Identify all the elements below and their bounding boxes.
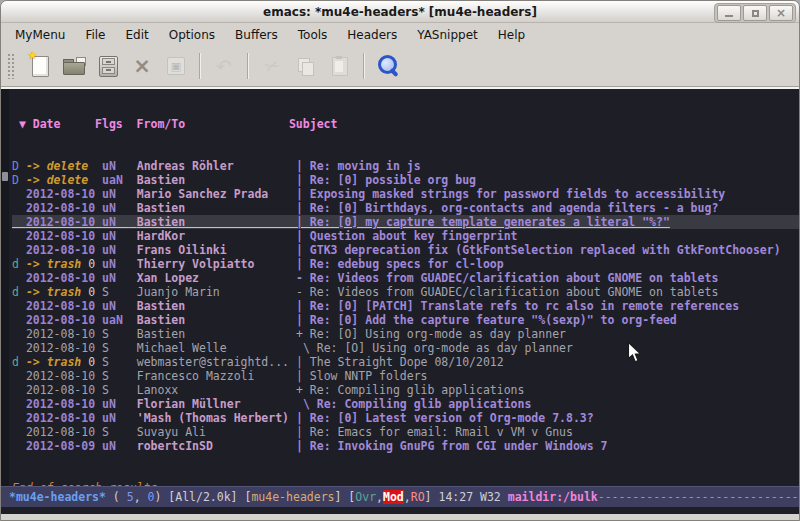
- modeline-readonly-indicator: RO: [411, 490, 425, 504]
- menu-buffers[interactable]: Buffers: [225, 25, 288, 45]
- new-file-button[interactable]: ★: [23, 50, 57, 82]
- message-row[interactable]: 2012-08-10 uN 'Mash (Thomas Herbert) | R…: [12, 411, 799, 425]
- message-row[interactable]: 2012-08-10 uN Mario Sanchez Prada | Expo…: [12, 187, 799, 201]
- titlebar[interactable]: emacs: *mu4e-headers* [mu4e-headers] ×: [1, 1, 799, 23]
- message-subject: | Re: Invoking GnuPG from CGI under Wind…: [296, 439, 608, 453]
- buffer-area: ▼ Date Flgs From/To Subject D -> delete …: [1, 87, 799, 486]
- menu-yasnippet[interactable]: YASnippet: [407, 25, 488, 45]
- message-from: Andreas Röhler: [137, 159, 289, 173]
- menu-headers[interactable]: Headers: [337, 25, 407, 45]
- end-of-results: End of search results: [12, 481, 799, 486]
- modeline-text: ,: [134, 490, 148, 504]
- message-from: Bastien: [137, 201, 289, 215]
- message-subject: | Slow NNTP folders: [296, 369, 428, 383]
- modeline-text: ,: [404, 490, 411, 504]
- message-row[interactable]: d -> trash 0 S Juanjo Marin - Re: Videos…: [12, 285, 799, 299]
- modeline-text: [501, 490, 508, 504]
- modeline-overwrite-indicator: Ovr: [355, 490, 376, 504]
- save-buffer-icon: ▣: [167, 57, 185, 75]
- message-mark: [12, 243, 19, 257]
- menu-help[interactable]: Help: [488, 25, 535, 45]
- menu-tools[interactable]: Tools: [288, 25, 338, 45]
- message-subject: | GTK3 deprecation fix (GtkFontSelection…: [296, 243, 781, 257]
- message-flags: S: [102, 327, 130, 341]
- message-row[interactable]: 2012-08-10 uN Frans Oilinki | GTK3 depre…: [12, 243, 799, 257]
- message-row[interactable]: D -> delete uN Andreas Röhler | Re: movi…: [12, 159, 799, 173]
- message-row[interactable]: d -> trash 0 S webmaster@straightd... | …: [12, 355, 799, 369]
- message-row[interactable]: 2012-08-10 S Michael Welle \ Re: [O] Usi…: [12, 341, 799, 355]
- menu-file[interactable]: File: [75, 25, 115, 45]
- scrollbar[interactable]: [1, 89, 9, 486]
- message-mark: [12, 187, 19, 201]
- save-buffer-button: ▣: [159, 50, 193, 82]
- mouse-cursor: [627, 342, 643, 364]
- toolbar-separator: [247, 53, 249, 79]
- modeline-clock: 14:27: [438, 490, 473, 504]
- message-mark: d: [12, 355, 19, 369]
- window-controls: ×: [714, 3, 796, 23]
- message-row[interactable]: 2012-08-09 uN robertcInSD | Re: Invoking…: [12, 439, 799, 453]
- message-row[interactable]: D -> delete uaN Bastien | Re: [0] possib…: [12, 173, 799, 187]
- message-row[interactable]: 2012-08-10 S Francesco Mazzoli | Slow NN…: [12, 369, 799, 383]
- column-headers[interactable]: ▼ Date Flgs From/To Subject: [12, 117, 799, 131]
- message-from: webmaster@straightd...: [137, 355, 289, 369]
- search-button[interactable]: [371, 50, 405, 82]
- echo-area[interactable]: [1, 507, 799, 514]
- message-flags: uaN: [102, 313, 130, 327]
- message-date: 2012-08-10: [26, 313, 95, 327]
- message-row[interactable]: 2012-08-10 S Lanoxx + Re: Compiling glib…: [12, 383, 799, 397]
- message-date: -> trash: [26, 355, 88, 369]
- toolbar-drag-handle[interactable]: [7, 53, 15, 79]
- message-row[interactable]: 2012-08-10 uN Florian Müllner \ Re: Comp…: [12, 397, 799, 411]
- menu-edit[interactable]: Edit: [116, 25, 159, 45]
- message-from: Michael Welle: [137, 341, 289, 355]
- message-subject: | Re: moving in js: [296, 159, 421, 173]
- file-cabinet-button[interactable]: [91, 50, 125, 82]
- message-row[interactable]: 2012-08-10 uN Bastien | Re: [0] Birthday…: [12, 201, 799, 215]
- message-subject: | Exposing masked strings for password f…: [296, 187, 725, 201]
- message-row[interactable]: 2012-08-10 S Bastien + Re: [O] Using org…: [12, 327, 799, 341]
- open-folder-button[interactable]: [57, 50, 91, 82]
- message-row[interactable]: 2012-08-10 uaN Bastien | Re: [0] Add the…: [12, 313, 799, 327]
- message-mark: [12, 201, 19, 215]
- message-mark: [12, 439, 19, 453]
- modeline-buffer-name: *mu4e-headers*: [9, 490, 106, 504]
- open-folder-icon: [63, 59, 85, 74]
- message-flags: uN: [102, 411, 130, 425]
- message-row[interactable]: 2012-08-10 S Suvayu Ali | Re: Emacs for …: [12, 425, 799, 439]
- message-flags: uN: [102, 159, 130, 173]
- message-from: Bastien: [137, 173, 289, 187]
- scrollbar-thumb[interactable]: [2, 172, 8, 181]
- message-date: 2012-08-10: [26, 383, 95, 397]
- message-date: -> delete: [26, 173, 95, 187]
- menu-bar: MyMenuFileEditOptionsBuffersToolsHeaders…: [1, 23, 799, 46]
- message-row[interactable]: 2012-08-10 uN Bastien | Re: [0] [PATCH] …: [12, 299, 799, 313]
- maximize-button[interactable]: [743, 5, 767, 21]
- message-row-current[interactable]: 2012-08-10 uN Bastien | Re: [0] my captu…: [12, 215, 799, 229]
- minimize-button[interactable]: [717, 5, 741, 21]
- message-mark: [12, 383, 19, 397]
- close-buffer-button[interactable]: ×: [125, 50, 159, 82]
- message-mark-target: 0: [88, 355, 95, 369]
- menu-options[interactable]: Options: [159, 25, 225, 45]
- menu-mymenu[interactable]: MyMenu: [5, 25, 75, 45]
- message-row[interactable]: d -> trash 0 uN Thierry Volpiatto | Re: …: [12, 257, 799, 271]
- message-flags: S: [102, 383, 130, 397]
- message-date: 2012-08-10: [26, 327, 95, 341]
- window-title: emacs: *mu4e-headers* [mu4e-headers]: [263, 5, 537, 19]
- message-from: Thierry Volpiatto: [137, 257, 289, 271]
- message-from: HardKor: [137, 229, 289, 243]
- message-flags: uN: [102, 243, 130, 257]
- message-row[interactable]: 2012-08-10 uN HardKor | Question about k…: [12, 229, 799, 243]
- message-mark: [12, 313, 19, 327]
- minimize-icon: [725, 15, 733, 17]
- close-button[interactable]: ×: [769, 5, 793, 21]
- message-mark: [12, 411, 19, 425]
- message-row[interactable]: 2012-08-10 uN Xan Lopez - Re: Videos fro…: [12, 271, 799, 285]
- message-date: 2012-08-09: [26, 439, 95, 453]
- message-subject: | Re: [0] [PATCH] Translate refs to rc a…: [296, 299, 739, 313]
- message-from: Xan Lopez: [137, 271, 289, 285]
- maximize-icon: [752, 10, 759, 17]
- message-flags: uaN: [102, 173, 130, 187]
- message-flags: uN: [102, 257, 130, 271]
